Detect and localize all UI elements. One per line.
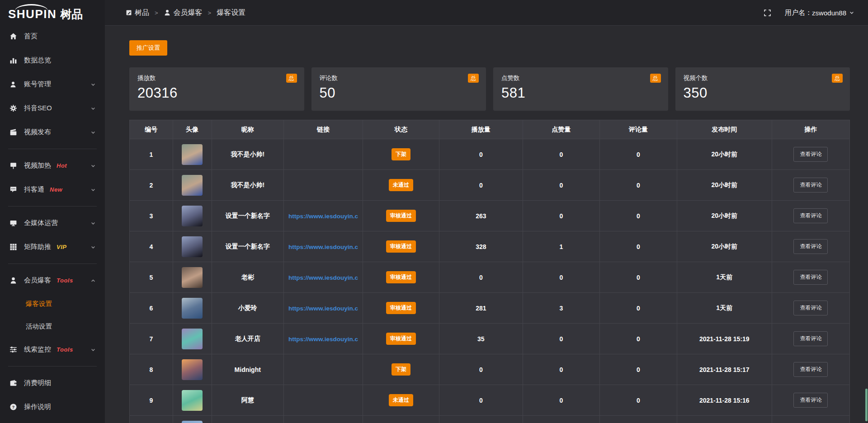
- view-comments-button[interactable]: 查看评论: [793, 208, 828, 223]
- stat-card-label: 评论数: [320, 74, 478, 82]
- table-row: 7老人开店https://www.iesdouyin.c审核通过35002021…: [130, 324, 850, 354]
- sidebar-subitem-baoke-settings[interactable]: 爆客设置: [0, 292, 105, 315]
- view-comments-button[interactable]: 查看评论: [793, 178, 828, 193]
- sidebar-item-clue-monitor[interactable]: 线索监控Tools: [0, 338, 105, 362]
- cell-time: [677, 416, 772, 423]
- sidebar-item-member-baoke[interactable]: 会员爆客Tools: [0, 268, 105, 292]
- sidebar-item-video-publish[interactable]: 视频发布: [0, 120, 105, 144]
- cell-status: 审核通过: [363, 324, 439, 354]
- cell-id: 2: [130, 170, 173, 201]
- view-comments-button[interactable]: 查看评论: [793, 393, 828, 408]
- profile-link[interactable]: https://www.iesdouyin.c: [288, 336, 358, 343]
- status-badge[interactable]: 审核通过: [386, 333, 416, 345]
- status-badge[interactable]: 审核通过: [386, 210, 416, 222]
- sidebar-item-label: 抖音SEO: [24, 104, 52, 113]
- view-comments-button[interactable]: 查看评论: [793, 147, 828, 162]
- sidebar-item-consume-detail[interactable]: 消费明细: [0, 371, 105, 395]
- cell-time: 20小时前: [677, 201, 772, 231]
- sidebar-item-operation-guide[interactable]: ?操作说明: [0, 395, 105, 419]
- cell-likes: 0: [523, 354, 599, 385]
- table-row: 8Midnight下架0002021-11-28 15:17查看评论: [130, 354, 850, 385]
- column-header: 播放量: [439, 120, 523, 139]
- sidebar-item-label: 会员爆客: [24, 276, 51, 285]
- cell-id: 1: [130, 139, 173, 170]
- stat-card-value: 581: [501, 85, 660, 101]
- sidebar-item-video-heat[interactable]: 视频加热Hot: [0, 154, 105, 178]
- stat-card-value: 20316: [137, 85, 296, 101]
- screen-icon: [9, 162, 17, 169]
- cell-time: 1天前: [677, 262, 772, 293]
- brand-logo[interactable]: SHUPIN 树品: [0, 0, 105, 21]
- stat-card-value: 50: [320, 85, 478, 101]
- column-header: 点赞量: [523, 120, 599, 139]
- chevron-down-icon: [90, 187, 96, 193]
- status-badge[interactable]: 审核通过: [386, 240, 416, 253]
- avatar-image: [182, 144, 203, 165]
- cell-plays: 0: [439, 139, 523, 170]
- clapper-icon: [9, 128, 17, 136]
- profile-link[interactable]: https://www.iesdouyin.c: [288, 213, 358, 220]
- view-comments-button[interactable]: 查看评论: [793, 301, 828, 315]
- menu-divider: [8, 366, 97, 367]
- username-value: zswodun88: [812, 9, 846, 17]
- cell-id: 3: [130, 201, 173, 231]
- status-badge[interactable]: 未通过: [389, 179, 413, 191]
- breadcrumb-item-2[interactable]: 会员爆客: [164, 8, 203, 18]
- sidebar-subitem-activity-settings[interactable]: 活动设置: [0, 315, 105, 338]
- sidebar-item-douketong[interactable]: 抖客通New: [0, 178, 105, 202]
- sidebar-item-data-overview[interactable]: 数据总览: [0, 48, 105, 72]
- help-icon: ?: [9, 403, 17, 411]
- avatar-image: [182, 421, 203, 423]
- column-header: 链接: [283, 120, 363, 139]
- view-comments-button[interactable]: 查看评论: [793, 362, 828, 377]
- status-badge[interactable]: 审核通过: [386, 271, 416, 283]
- breadcrumb-item-1[interactable]: 树品: [126, 8, 149, 18]
- cell-id: 5: [130, 262, 173, 293]
- avatar-image: [182, 298, 203, 319]
- sidebar-item-matrix-boost[interactable]: 矩阵助推VIP: [0, 235, 105, 259]
- view-comments-button[interactable]: 查看评论: [793, 331, 828, 346]
- table-row: 5老彬https://www.iesdouyin.c审核通过0001天前查看评论: [130, 262, 850, 293]
- cell-comments: [600, 416, 677, 423]
- table-head: 编号头像昵称链接状态播放量点赞量评论量发布时间操作: [130, 120, 850, 139]
- table-row: 1我不是小帅!下架00020小时前查看评论: [130, 139, 850, 170]
- status-badge[interactable]: 下架: [392, 363, 410, 376]
- sidebar-item-badge: Tools: [57, 346, 73, 353]
- sidebar-item-account-management[interactable]: 账号管理: [0, 72, 105, 96]
- cell-likes: 0: [523, 170, 599, 201]
- view-comments-button[interactable]: 查看评论: [793, 270, 828, 285]
- cell-nickname: 我不是小帅!: [212, 170, 283, 201]
- cell-id: 8: [130, 354, 173, 385]
- status-badge[interactable]: 未通过: [389, 394, 413, 406]
- view-comments-button[interactable]: 查看评论: [793, 239, 828, 254]
- cell-plays: 263: [439, 201, 523, 231]
- chevron-down-icon: [90, 106, 96, 111]
- cell-status: 审核通过: [363, 231, 439, 262]
- cell-avatar: [173, 139, 212, 170]
- status-badge[interactable]: 审核通过: [386, 302, 416, 314]
- cell-likes: 0: [523, 201, 599, 231]
- avatar-image: [182, 175, 203, 196]
- user-menu[interactable]: 用户名： zswodun88: [785, 9, 854, 17]
- table-row: 9阿慧未通过0002021-11-28 15:16查看评论: [130, 385, 850, 416]
- status-badge[interactable]: 下架: [392, 148, 410, 160]
- stat-card-plays: 播放数20316总: [129, 67, 304, 111]
- cell-nickname: 我不是小帅!: [212, 139, 283, 170]
- profile-link[interactable]: https://www.iesdouyin.c: [288, 274, 358, 281]
- fullscreen-icon[interactable]: [764, 9, 771, 17]
- cell-status: 审核通过: [363, 201, 439, 231]
- avatar-image: [182, 236, 203, 257]
- cell-status: 未通过: [363, 170, 439, 201]
- profile-link[interactable]: https://www.iesdouyin.c: [288, 305, 358, 312]
- sidebar-item-home[interactable]: 首页: [0, 24, 105, 48]
- chevron-down-icon: [90, 347, 96, 352]
- promo-settings-button[interactable]: 推广设置: [129, 40, 167, 56]
- cell-plays: 328: [439, 231, 523, 262]
- cell-status: 下架: [363, 354, 439, 385]
- scrollbar-thumb[interactable]: [865, 389, 868, 421]
- profile-link[interactable]: https://www.iesdouyin.c: [288, 244, 358, 250]
- total-badge: 总: [286, 74, 297, 83]
- sidebar-item-all-media-operation[interactable]: 全媒体运营: [0, 211, 105, 235]
- cell-avatar: [173, 231, 212, 262]
- sidebar-item-douyin-seo[interactable]: 抖音SEO: [0, 96, 105, 120]
